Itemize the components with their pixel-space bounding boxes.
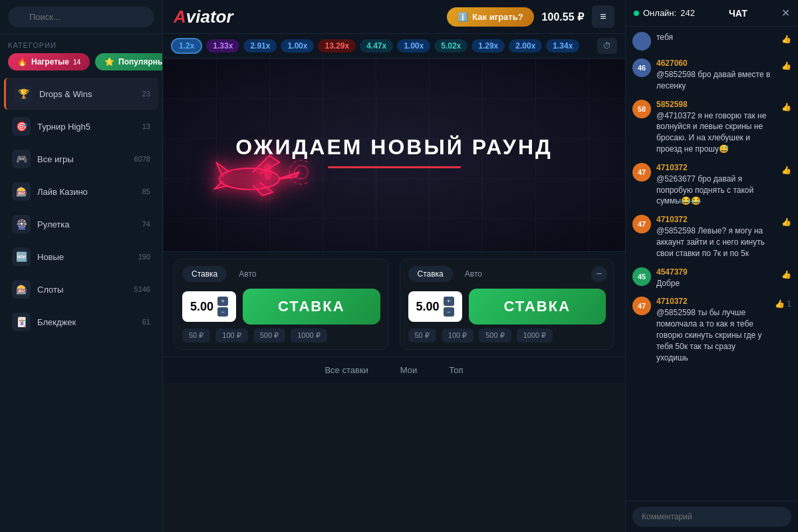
nav-count-tournament: 13 <box>142 122 150 130</box>
nav-item-left: 🎯 Турнир High5 <box>12 117 90 136</box>
chat-header: Онлайн: 242 ЧАТ ✕ <box>626 0 798 27</box>
preset-btn-0-0[interactable]: 50 ₽ <box>182 329 210 342</box>
chat-avatar <box>632 32 651 51</box>
bet-increment-1[interactable]: + <box>217 297 228 306</box>
chat-msg-body: 4710372 @5263677 бро давай я попробую по… <box>656 163 776 207</box>
category-pills: 🔥 Нагретые 14 ⭐ Популярные 96 <box>0 53 162 77</box>
menu-button[interactable]: ≡ <box>592 5 614 28</box>
bet-main-button-2[interactable]: СТАВКА <box>469 289 606 325</box>
multiplier-badge-9[interactable]: 2.00x <box>509 39 542 53</box>
bets-tab-1[interactable]: Мои <box>392 362 425 378</box>
bet-tab-auto-2[interactable]: Авто <box>456 266 491 282</box>
multiplier-badge-6[interactable]: 1.00x <box>397 39 430 53</box>
bet-amount-1: 5.00 + − <box>182 291 236 322</box>
sidebar-item-drops-wins[interactable]: 🏆 Drops & Wins 23 <box>4 78 158 110</box>
sidebar-item-live-casino[interactable]: 🎰 Лайв Казино 85 <box>4 176 158 207</box>
nav-count-all-games: 6078 <box>134 155 150 163</box>
bet-tab-auto-1[interactable]: Авто <box>229 266 265 282</box>
chat-msg-body: 4710372 @5852598 Левые? я могу на аккаун… <box>656 215 776 259</box>
multiplier-badge-10[interactable]: 1.34x <box>546 39 579 53</box>
preset-btn-0-2[interactable]: 500 ₽ <box>253 329 285 342</box>
chat-avatar: 47 <box>632 215 651 233</box>
multiplier-badge-4[interactable]: 13.29x <box>318 39 356 53</box>
multiplier-badge-1[interactable]: 1.33x <box>206 39 239 53</box>
header-right: ℹ️ Как играть? 100.55 ₽ ≡ <box>447 5 614 28</box>
preset-btn-1-2[interactable]: 500 ₽ <box>479 329 511 342</box>
chat-avatar: 46 <box>632 59 651 77</box>
nav-item-left: 🎰 Лайв Казино <box>12 182 88 201</box>
chat-username: 4710372 <box>656 215 776 224</box>
bet-increment-2[interactable]: + <box>444 297 454 306</box>
sidebar-item-all-games[interactable]: 🎮 Все игры 6078 <box>4 143 158 175</box>
preset-btn-1-1[interactable]: 100 ₽ <box>442 329 473 342</box>
multiplier-badge-3[interactable]: 1.00x <box>281 39 314 53</box>
categories-label: КАТЕГОРИИ <box>0 35 162 53</box>
remove-panel-button[interactable]: − <box>591 266 607 282</box>
chat-msg-body: 5852598 @4710372 я не говорю так не волн… <box>656 100 776 155</box>
nav-count-live-casino: 85 <box>142 188 150 196</box>
bets-tab-0[interactable]: Все ставки <box>317 362 376 378</box>
chat-text: @5852598 ты бы лучше помолчала а то как … <box>656 307 769 363</box>
sidebar-item-roulette[interactable]: 🎡 Рулетка 74 <box>4 208 158 240</box>
sidebar-item-blackjack[interactable]: 🃏 Блекджек 61 <box>4 306 158 338</box>
pill-popular-label: Популярные <box>118 57 163 66</box>
chat-like-button[interactable]: 👍 1 <box>775 297 791 309</box>
main-content: Aviator ℹ️ Как играть? 100.55 ₽ ≡ 1.2x1.… <box>163 0 625 532</box>
waiting-title: ОЖИДАЕМ НОВЫЙ РАУНД <box>235 135 553 160</box>
chat-like-button[interactable]: 👍 <box>781 59 791 70</box>
nav-count-blackjack: 61 <box>142 318 150 326</box>
bet-panels-row: Ставка Авто 5.00 + − СТАВКА 50 ₽100 ₽500… <box>174 259 614 350</box>
chat-avatar: 58 <box>632 100 651 118</box>
bet-tab-stake-2[interactable]: Ставка <box>408 266 453 282</box>
how-to-play-button[interactable]: ℹ️ Как играть? <box>447 7 533 27</box>
sidebar-item-tournament[interactable]: 🎯 Турнир High5 13 <box>4 110 158 142</box>
multiplier-badge-8[interactable]: 1.29x <box>471 39 505 53</box>
nav-label-slots: Слоты <box>37 285 63 295</box>
multiplier-badge-5[interactable]: 4.47x <box>360 39 393 53</box>
bet-tab-stake-1[interactable]: Ставка <box>182 266 227 282</box>
bet-stepper-2: + − <box>444 297 454 317</box>
sidebar-item-new[interactable]: 🆕 Новые 190 <box>4 241 158 273</box>
chat-username: 5852598 <box>656 100 776 109</box>
chat-like-button[interactable]: 👍 <box>781 100 791 112</box>
nav-item-left: 🎰 Слоты <box>12 280 63 299</box>
nav-label-tournament: Турнир High5 <box>37 122 90 132</box>
bet-main-button-1[interactable]: СТАВКА <box>243 289 380 325</box>
sidebar-item-slots[interactable]: 🎰 Слоты 5146 <box>4 273 158 305</box>
search-input[interactable] <box>8 7 154 27</box>
preset-btn-0-3[interactable]: 1000 ₽ <box>291 329 327 342</box>
chat-panel: Онлайн: 242 ЧАТ ✕ тебя 👍 46 4627060 @585… <box>625 0 798 532</box>
nav-item-left: 🃏 Блекджек <box>12 313 76 331</box>
chat-input[interactable] <box>632 507 791 527</box>
chat-like-button[interactable]: 👍 <box>781 163 791 175</box>
chat-msg-body: 4547379 Добре <box>656 267 776 289</box>
betting-panel: Ставка Авто 5.00 + − СТАВКА 50 ₽100 ₽500… <box>163 251 625 356</box>
preset-btn-1-3[interactable]: 1000 ₽ <box>517 329 553 342</box>
preset-btn-0-1[interactable]: 100 ₽ <box>215 329 247 342</box>
bet-decrement-2[interactable]: − <box>444 307 454 317</box>
nav-count-slots: 5146 <box>134 285 150 293</box>
chat-like-button[interactable]: 👍 <box>781 215 791 227</box>
bet-decrement-1[interactable]: − <box>217 307 228 317</box>
bets-tab-2[interactable]: Топ <box>441 362 471 378</box>
pill-hot[interactable]: 🔥 Нагретые 14 <box>8 53 90 70</box>
multiplier-badge-0[interactable]: 1.2x <box>171 38 202 54</box>
pill-popular[interactable]: ⭐ Популярные 96 <box>95 53 163 70</box>
chat-like-button[interactable]: 👍 <box>781 267 791 279</box>
preset-btn-1-0[interactable]: 50 ₽ <box>408 329 436 342</box>
chat-text: @5263677 бро давай я попробую поднять с … <box>656 174 776 207</box>
question-icon: ℹ️ <box>458 12 468 22</box>
chat-text: @4710372 я не говорю так не волнуйся и л… <box>656 110 776 155</box>
chat-title: ЧАТ <box>729 8 747 19</box>
chat-username: 4627060 <box>656 59 776 68</box>
bet-amount-value-1: 5.00 <box>190 300 213 314</box>
multiplier-badge-2[interactable]: 2.91x <box>243 39 277 53</box>
chat-like-button[interactable]: 👍 <box>781 32 791 44</box>
chat-msg-body: 4710372 @5852598 ты бы лучше помолчала а… <box>656 297 769 363</box>
nav-icon-all-games: 🎮 <box>12 150 31 168</box>
history-button[interactable]: ⏱ <box>597 38 617 54</box>
chat-message: 47 4710372 @5852598 ты бы лучше помолчал… <box>632 297 791 363</box>
multiplier-badge-7[interactable]: 5.02x <box>434 39 467 53</box>
chat-close-button[interactable]: ✕ <box>781 7 790 19</box>
how-to-play-label: Как играть? <box>472 12 523 22</box>
